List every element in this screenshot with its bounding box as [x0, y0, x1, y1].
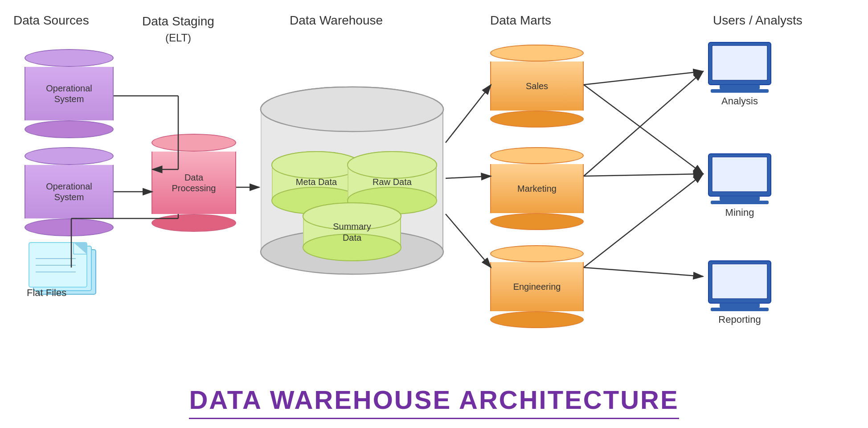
svg-rect-18 — [272, 165, 273, 201]
svg-line-63 — [584, 71, 703, 85]
analysis-label: Analysis — [721, 95, 758, 107]
svg-line-62 — [446, 214, 491, 268]
svg-rect-48 — [720, 303, 760, 308]
svg-text:Data: Data — [343, 233, 362, 243]
svg-line-64 — [584, 85, 703, 174]
svg-rect-39 — [712, 45, 767, 80]
svg-line-67 — [584, 268, 703, 276]
svg-rect-33 — [400, 216, 401, 247]
svg-rect-43 — [712, 157, 767, 192]
sales-mart: Sales — [490, 45, 584, 128]
diagram-container: Data Sources Data Staging(ELT) Data Ware… — [0, 0, 868, 428]
mining-label: Mining — [725, 207, 754, 218]
reporting-label: Reporting — [718, 314, 761, 325]
op-system-2-label: OperationalSystem — [46, 181, 92, 202]
svg-rect-13 — [442, 109, 443, 252]
reporting-user: Reporting — [704, 259, 775, 325]
title-underline — [189, 418, 679, 419]
svg-text:Summary: Summary — [333, 222, 371, 231]
sales-label: Sales — [526, 81, 548, 91]
svg-line-68 — [584, 174, 703, 268]
main-title: DATA WAREHOUSE ARCHITECTURE — [189, 385, 679, 415]
svg-line-65 — [584, 71, 703, 176]
svg-rect-12 — [261, 109, 262, 252]
label-data-warehouse: Data Warehouse — [290, 13, 383, 28]
analysis-user: Analysis — [704, 40, 775, 107]
svg-rect-49 — [711, 308, 769, 311]
op-system-2: OperationalSystem — [25, 147, 114, 236]
label-data-marts: Data Marts — [490, 13, 551, 28]
svg-rect-25 — [348, 165, 348, 201]
marketing-mart: Marketing — [490, 147, 584, 230]
svg-rect-32 — [303, 216, 304, 247]
svg-text:Raw Data: Raw Data — [373, 177, 412, 187]
flat-files: Flat Files — [27, 241, 107, 300]
svg-rect-26 — [436, 165, 437, 201]
op-system-1-label: OperationalSystem — [46, 83, 92, 104]
svg-rect-44 — [720, 196, 760, 201]
svg-point-15 — [261, 87, 443, 132]
svg-rect-45 — [711, 201, 769, 204]
svg-line-66 — [584, 174, 703, 176]
svg-rect-41 — [711, 89, 769, 93]
engineering-label: Engineering — [513, 281, 561, 292]
svg-line-60 — [446, 85, 491, 143]
engineering-mart: Engineering — [490, 245, 584, 328]
data-processing: DataProcessing — [151, 134, 236, 232]
mining-user: Mining — [704, 152, 775, 218]
op-system-1: OperationalSystem — [25, 49, 114, 138]
svg-rect-40 — [720, 85, 760, 89]
svg-point-28 — [348, 152, 437, 178]
svg-line-61 — [446, 176, 491, 178]
label-data-sources: Data Sources — [13, 13, 89, 28]
data-processing-label: DataProcessing — [172, 172, 216, 193]
marketing-label: Marketing — [517, 183, 557, 194]
svg-text:Flat Files: Flat Files — [27, 287, 66, 298]
svg-text:Meta Data: Meta Data — [296, 177, 337, 187]
label-data-staging: Data Staging(ELT) — [138, 13, 218, 46]
warehouse-container: Meta Data Raw Data Summary Data — [258, 85, 446, 283]
label-users-analysts: Users / Analysts — [713, 13, 802, 28]
svg-rect-47 — [712, 264, 767, 299]
